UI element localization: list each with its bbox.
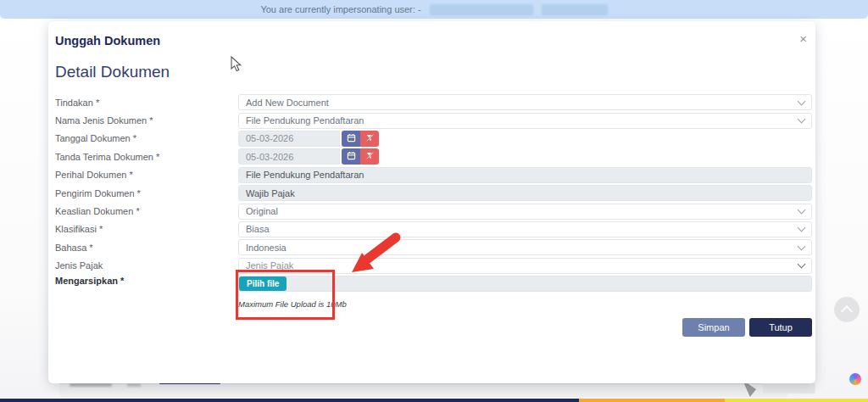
annotation-arrow <box>342 231 403 282</box>
selected-value: File Pendukung Pendaftaran <box>246 115 364 126</box>
chevron-down-icon <box>798 242 806 250</box>
background-page-fragment <box>59 383 788 397</box>
redacted-user-info <box>542 4 608 15</box>
upload-document-modal: Unggah Dokumen × Detail Dokumen Tindakan… <box>48 21 815 383</box>
annotation-highlight-rectangle <box>236 270 335 320</box>
chevron-down-icon <box>798 97 806 105</box>
form-row-klasifikasi: Klasifikasi * Biasa <box>55 221 812 238</box>
calendar-icon <box>347 132 356 145</box>
chevron-down-icon <box>798 260 806 269</box>
modal-title: Unggah Dokumen <box>55 34 160 47</box>
form-row-perihal-dokumen: Perihal Dokumen * File Pendukung Pendaft… <box>55 166 812 184</box>
date-value: 05-03-2026 <box>246 152 293 162</box>
selected-value: Original <box>246 206 278 216</box>
field-label: Nama Jenis Dokumen * <box>55 115 238 126</box>
tindakan-select[interactable]: Add New Document <box>238 94 812 110</box>
close-icon[interactable]: × <box>799 32 807 45</box>
selected-value: Add New Document <box>246 98 329 108</box>
chevron-down-icon <box>798 206 806 215</box>
document-detail-form: Tindakan * Add New Document Nama Jenis D… <box>55 93 812 309</box>
calendar-button[interactable] <box>342 131 360 147</box>
input-value: Wajib Pajak <box>246 188 295 198</box>
input-value: File Pendukung Pendaftaran <box>246 170 364 180</box>
redacted-user-info <box>430 4 533 15</box>
tanggal-dokumen-input[interactable]: 05-03-2026 <box>238 131 340 147</box>
scroll-to-top-button[interactable] <box>834 297 860 322</box>
calendar-button[interactable] <box>342 148 360 165</box>
modal-footer: Simpan Tutup <box>682 318 812 337</box>
perihal-dokumen-input[interactable]: File Pendukung Pendaftaran <box>238 167 812 183</box>
date-value: 05-03-2026 <box>246 133 293 143</box>
tanda-terima-dokumen-input[interactable]: 05-03-2026 <box>238 148 340 165</box>
bottom-accent-bar <box>0 399 868 402</box>
bottom-bar-orange-segment <box>579 399 725 402</box>
form-row-tindakan: Tindakan * Add New Document <box>55 93 812 111</box>
clear-date-button[interactable] <box>360 148 379 165</box>
save-button[interactable]: Simpan <box>682 318 745 337</box>
filter-clear-icon <box>365 132 375 145</box>
form-row-nama-jenis-dokumen: Nama Jenis Dokumen * File Pendukung Pend… <box>55 111 812 129</box>
keaslian-dokumen-select[interactable]: Original <box>238 204 812 220</box>
bottom-bar-yellow-segment <box>725 399 868 402</box>
filter-clear-icon <box>365 150 375 163</box>
close-button[interactable]: Tutup <box>749 318 812 337</box>
impersonation-banner-text: You are currently impersonating user: - <box>260 4 420 14</box>
form-row-tanda-terima-dokumen: Tanda Terima Dokumen * 05-03-2026 <box>55 148 812 165</box>
form-row-pengirim-dokumen: Pengirim Dokumen * Wajib Pajak <box>55 184 812 202</box>
form-row-bahasa: Bahasa * Indonesia <box>55 238 812 256</box>
chevron-down-icon <box>798 115 806 124</box>
mouse-cursor <box>231 56 242 76</box>
form-row-mengarsipkan: Mengarsipkan * Pilih file Maximum File U… <box>55 276 812 309</box>
bahasa-select[interactable]: Indonesia <box>238 239 812 255</box>
field-label: Pengirim Dokumen * <box>55 188 238 198</box>
chevron-down-icon <box>798 224 806 232</box>
form-row-jenis-pajak: Jenis Pajak Jenis Pajak <box>55 257 812 275</box>
field-label: Tindakan * <box>55 98 238 108</box>
background-page-fragment <box>763 383 815 394</box>
field-label: Klasifikasi * <box>55 224 238 234</box>
selected-value: Biasa <box>246 224 270 234</box>
form-row-tanggal-dokumen: Tanggal Dokumen * 05-03-2026 <box>55 130 812 148</box>
clear-date-button[interactable] <box>360 131 379 147</box>
form-row-keaslian-dokumen: Keaslian Dokumen * Original <box>55 202 812 220</box>
klasifikasi-select[interactable]: Biasa <box>238 221 812 237</box>
nama-jenis-dokumen-select[interactable]: File Pendukung Pendaftaran <box>238 113 812 129</box>
impersonation-banner: You are currently impersonating user: - <box>0 0 868 19</box>
calendar-icon <box>347 150 356 163</box>
pengirim-dokumen-input[interactable]: Wajib Pajak <box>238 185 812 201</box>
field-label: Tanda Terima Dokumen * <box>55 152 238 162</box>
field-label: Bahasa * <box>55 243 238 253</box>
accessibility-widget-icon[interactable] <box>849 373 861 385</box>
field-label: Tanggal Dokumen * <box>55 133 238 143</box>
field-label: Mengarsipkan * <box>55 276 238 286</box>
page-title: Detail Dokumen <box>55 63 170 81</box>
field-label: Perihal Dokumen * <box>55 170 238 180</box>
field-label: Keaslian Dokumen * <box>55 206 238 216</box>
bottom-bar-navy-segment <box>0 399 579 402</box>
field-label: Jenis Pajak <box>55 260 238 271</box>
selected-value: Indonesia <box>246 243 287 253</box>
chevron-up-icon <box>841 305 853 317</box>
